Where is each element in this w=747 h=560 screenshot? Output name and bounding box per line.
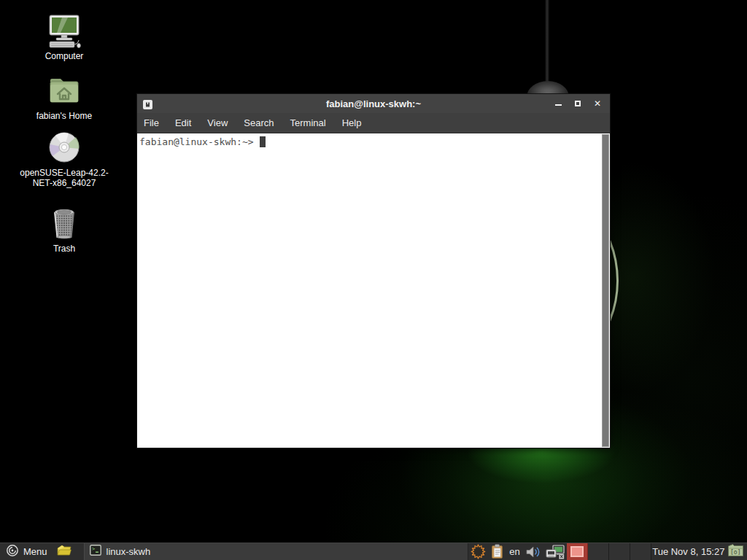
- menu-swirl-icon: [6, 544, 19, 560]
- maximize-icon[interactable]: [573, 99, 582, 108]
- workspace-pager: [567, 543, 651, 560]
- window-title: fabian@linux-skwh:~: [137, 98, 610, 109]
- wallpaper-lamp-cord: [545, 0, 549, 83]
- trash-icon: [47, 206, 82, 241]
- workspace-4[interactable]: [630, 543, 651, 560]
- file-manager-folder-icon: [56, 544, 72, 559]
- window-icon[interactable]: [143, 99, 152, 109]
- menu-file[interactable]: File: [144, 117, 159, 128]
- taskbar-window-button[interactable]: > linux-skwh: [84, 543, 469, 560]
- system-tray: en: [468, 544, 564, 559]
- home-folder-icon: [47, 73, 82, 108]
- desktop-icon-dvd[interactable]: openSUSE-Leap-42.2-NET-x86_64027: [13, 130, 115, 188]
- terminal-cursor: [260, 136, 266, 147]
- workspace-window-thumb: [570, 546, 584, 557]
- desktop-icon-label: fabian's Home: [13, 111, 115, 121]
- terminal-content[interactable]: fabian@linux-skwh:~>: [137, 133, 610, 448]
- taskbar-clock: Tue Nov 8, 15:27: [651, 546, 726, 557]
- file-manager-button[interactable]: [52, 543, 77, 560]
- desktop-icon-label: openSUSE-Leap-42.2-NET-x86_64027: [13, 168, 115, 188]
- show-desktop-button[interactable]: [o]: [726, 543, 747, 560]
- keyboard-layout-indicator[interactable]: en: [508, 546, 520, 557]
- desktop-icon-computer[interactable]: Computer: [13, 13, 115, 61]
- start-menu-button[interactable]: Menu: [0, 543, 52, 560]
- minimize-icon[interactable]: [554, 99, 562, 108]
- menu-edit[interactable]: Edit: [175, 117, 191, 128]
- volume-icon[interactable]: [525, 545, 541, 559]
- svg-text:[o]: [o]: [730, 549, 740, 556]
- menu-label: Menu: [23, 546, 47, 557]
- window-titlebar[interactable]: fabian@linux-skwh:~ ✕: [137, 94, 610, 113]
- close-icon[interactable]: ✕: [593, 99, 602, 108]
- menu-search[interactable]: Search: [244, 117, 274, 128]
- scrollbar-thumb[interactable]: [602, 134, 609, 447]
- taskbar-window-label: linux-skwh: [107, 546, 151, 557]
- desktop-icon-trash[interactable]: Trash: [13, 206, 115, 254]
- menu-view[interactable]: View: [207, 117, 228, 128]
- terminal-prompt-line: fabian@linux-skwh:~>: [137, 133, 610, 147]
- network-icon[interactable]: [546, 545, 565, 559]
- desktop: Computer fabian's Home openSUSE-Leap-42.: [0, 0, 747, 560]
- taskbar: Menu > linux-skwh: [0, 542, 747, 560]
- dvd-disc-icon: [47, 130, 82, 165]
- updates-starburst-icon[interactable]: [471, 544, 486, 559]
- terminal-window: fabian@linux-skwh:~ ✕ File Edit View Sea…: [136, 93, 611, 448]
- desktop-icon-label: Trash: [13, 244, 115, 254]
- workspace-1-active[interactable]: [567, 543, 588, 560]
- svg-text:>: >: [92, 546, 95, 552]
- workspace-3[interactable]: [609, 543, 630, 560]
- clipboard-icon[interactable]: [490, 544, 504, 559]
- computer-icon: [47, 13, 82, 48]
- desktop-icon-home[interactable]: fabian's Home: [13, 73, 115, 121]
- show-desktop-icon: [o]: [727, 543, 744, 560]
- menu-terminal[interactable]: Terminal: [290, 117, 326, 128]
- workspace-2[interactable]: [588, 543, 609, 560]
- menu-help[interactable]: Help: [342, 117, 362, 128]
- window-controls: ✕: [554, 99, 604, 108]
- terminal-window-icon: >: [90, 545, 101, 559]
- terminal-menubar: File Edit View Search Terminal Help: [137, 113, 610, 133]
- terminal-prompt: fabian@linux-skwh:~>: [139, 136, 254, 147]
- desktop-icon-label: Computer: [13, 51, 115, 61]
- terminal-scrollbar[interactable]: [601, 133, 610, 448]
